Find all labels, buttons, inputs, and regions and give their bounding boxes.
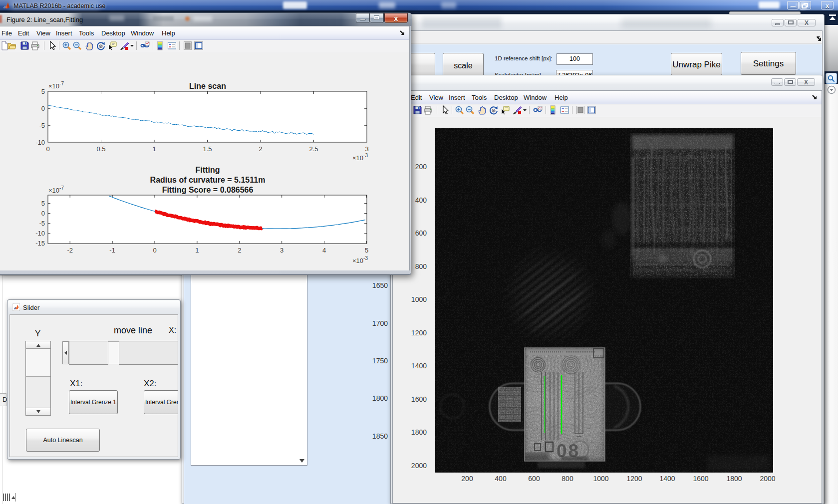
svg-text:3: 3 xyxy=(365,145,368,153)
svg-text:5: 5 xyxy=(365,247,368,254)
svg-text:0: 0 xyxy=(153,247,156,254)
svg-text:0.5: 0.5 xyxy=(96,145,105,153)
svg-text:3: 3 xyxy=(280,247,283,254)
svg-text:1.5: 1.5 xyxy=(203,145,212,153)
svg-text:5: 5 xyxy=(41,88,45,95)
svg-text:Fitting Score = 0.086566: Fitting Score = 0.086566 xyxy=(162,186,254,194)
svg-text:Radius of curvature = 5.1511m: Radius of curvature = 5.1511m xyxy=(150,176,266,184)
svg-text:-10: -10 xyxy=(35,139,45,146)
svg-text:0: 0 xyxy=(41,105,45,112)
svg-text:×10-7: ×10-7 xyxy=(48,81,64,90)
svg-text:×10-3: ×10-3 xyxy=(352,255,368,264)
svg-text:-15: -15 xyxy=(35,240,45,247)
svg-text:Line scan: Line scan xyxy=(189,82,226,90)
svg-text:-2: -2 xyxy=(67,247,73,254)
svg-text:2: 2 xyxy=(238,247,241,254)
svg-text:-10: -10 xyxy=(35,230,45,237)
svg-text:2: 2 xyxy=(259,145,262,153)
svg-text:-1: -1 xyxy=(109,247,115,254)
svg-text:Fitting: Fitting xyxy=(196,166,220,174)
svg-text:0: 0 xyxy=(46,145,49,153)
svg-text:5: 5 xyxy=(41,200,45,207)
svg-text:1: 1 xyxy=(152,145,156,153)
svg-text:2.5: 2.5 xyxy=(309,145,318,153)
svg-text:×10-3: ×10-3 xyxy=(352,153,368,162)
svg-text:4: 4 xyxy=(322,247,326,254)
svg-text:1: 1 xyxy=(195,247,199,254)
svg-text:0: 0 xyxy=(41,210,45,217)
svg-text:×10-7: ×10-7 xyxy=(48,185,64,194)
svg-text:-5: -5 xyxy=(39,122,45,129)
svg-text:-5: -5 xyxy=(39,220,45,227)
